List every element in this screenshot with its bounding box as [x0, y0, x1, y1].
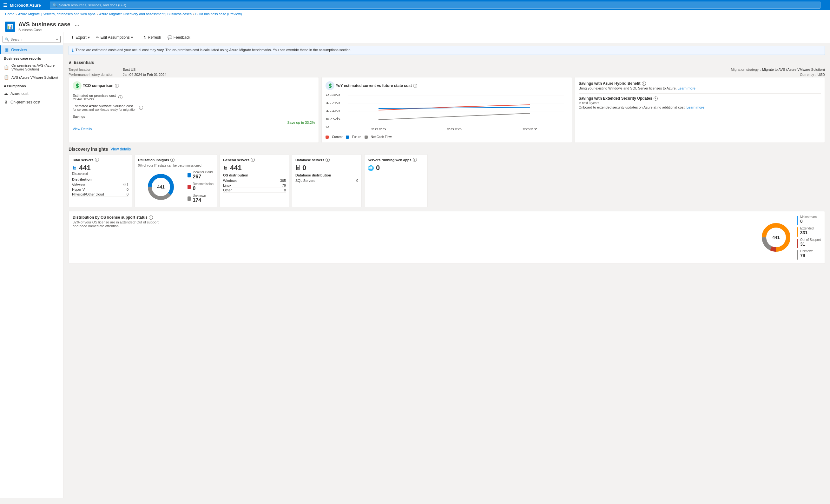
- yoy-card: 💲 YoY estimated current vs future state …: [321, 77, 572, 143]
- sidebar-collapse-btn[interactable]: «: [56, 37, 58, 41]
- yoy-chart: 2.3M 1.7M 1.1M 570k 0: [325, 93, 568, 134]
- os-legend: Mainstream 0 Extended 331: [797, 215, 821, 260]
- disc-dist-physical: Physical/Other cloud 0: [72, 192, 128, 197]
- azure-cost-icon: ☁: [4, 91, 8, 96]
- os-info-icon[interactable]: i: [149, 216, 153, 220]
- essentials-row-currency: Currency : USD: [708, 72, 825, 77]
- tco-avs-info[interactable]: i: [139, 106, 143, 110]
- hamburger-icon[interactable]: ☰: [3, 3, 7, 8]
- disc-util-content: 441 Ideal for cloud 267: [138, 170, 214, 204]
- savings-hybrid-info[interactable]: i: [642, 82, 646, 86]
- os-legend-mainstream: Mainstream 0: [797, 215, 821, 225]
- tco-icon: 💲: [73, 81, 82, 90]
- feedback-button[interactable]: 💬 Feedback: [165, 34, 193, 41]
- svg-text:570k: 570k: [325, 117, 341, 120]
- sidebar-item-on-prem-avs[interactable]: 📋 On-premises vs AVS (Azure VMware Solut…: [0, 62, 63, 73]
- tco-card-title: 💲 TCO comparison i: [73, 81, 315, 90]
- savings-hybrid-desc: Bring your existing Windows and SQL Serv…: [579, 86, 821, 90]
- os-chart-area: 441 Mainstream 0: [760, 215, 821, 260]
- savings-security-section: Savings with Extended Security Updates i…: [579, 96, 821, 109]
- sidebar-item-avs[interactable]: 📋 AVS (Azure VMware Solution): [0, 73, 63, 82]
- bc-discovery[interactable]: Azure Migrate: Discovery and assessment …: [99, 12, 191, 16]
- svg-text:1.7M: 1.7M: [325, 101, 341, 104]
- sidebar-item-overview[interactable]: ▦ Overview: [0, 45, 63, 54]
- essentials-currency-label: Currency: [763, 73, 814, 76]
- on-prem-avs-icon: 📋: [4, 65, 9, 70]
- disc-web-info[interactable]: i: [413, 158, 417, 162]
- savings-security-info[interactable]: i: [653, 96, 658, 101]
- savings-security-link[interactable]: Learn more: [687, 105, 704, 109]
- disc-card-web-apps: Servers running web apps i 🌐 0: [364, 154, 428, 207]
- disc-card-utilization: Utilization insights i 0% of your IT est…: [134, 154, 217, 207]
- savings-security-title: Savings with Extended Security Updates i: [579, 96, 821, 101]
- tco-view-details[interactable]: View Details: [73, 127, 92, 131]
- savings-hybrid-link[interactable]: Learn more: [678, 86, 696, 90]
- essentials-header[interactable]: ∧ Essentials: [68, 58, 825, 67]
- bc-build[interactable]: Build business case (Preview): [195, 12, 242, 16]
- legend-net-cash-flow: Net Cash Flow: [371, 135, 392, 139]
- disc-card-general: General servers i 🖥 441 OS distribution …: [220, 154, 289, 207]
- page-subtitle: Business Case: [19, 28, 70, 32]
- os-info: Distribution by OS license support statu…: [73, 215, 754, 232]
- essentials-row-strategy: Migration strategy : Migrate to AVS (Azu…: [708, 67, 825, 72]
- discovery-title: Discovery insights: [68, 147, 108, 152]
- disc-util-info[interactable]: i: [170, 158, 174, 162]
- svg-text:2027: 2027: [522, 128, 538, 131]
- bc-home[interactable]: Home: [5, 12, 14, 16]
- essentials-location-label: Target location: [68, 68, 119, 71]
- export-button[interactable]: ⬇ Export ▾: [68, 34, 92, 41]
- os-subtitle: 82% of your OS license are in Extended/ …: [73, 220, 161, 228]
- essentials-right: Migration strategy : Migrate to AVS (Azu…: [708, 67, 825, 77]
- essentials-location-value: East US: [123, 68, 135, 71]
- disc-total-icon: 🖥: [72, 165, 77, 171]
- content-wrapper: ⬇ Export ▾ ✏ Edit Assumptions ▾ ↻ Refres…: [63, 32, 830, 498]
- page-more-icon[interactable]: ···: [75, 23, 79, 28]
- search-icon: 🔍: [53, 3, 57, 7]
- utilization-donut: 441: [147, 172, 175, 201]
- sidebar-item-on-prem-cost[interactable]: 🖥 On-premises cost: [0, 98, 63, 106]
- savings-hybrid-title: Savings with Azure Hybrid Benefit i: [579, 81, 821, 86]
- disc-os-linux: Linux76: [223, 183, 286, 188]
- export-chevron-icon: ▾: [88, 35, 90, 40]
- savings-security-desc: Onboard to extended security updates on …: [579, 105, 821, 109]
- main-layout: 🔍 « ▦ Overview Business case reports 📋 O…: [0, 32, 830, 498]
- yoy-info-icon[interactable]: i: [413, 84, 417, 88]
- yoy-card-title: 💲 YoY estimated current vs future state …: [325, 81, 568, 90]
- tco-on-prem-info[interactable]: i: [118, 95, 123, 99]
- sidebar-item-label-overview: Overview: [11, 48, 27, 52]
- sidebar-search-input[interactable]: [10, 37, 55, 41]
- disc-db-sql: SQL Servers0: [295, 178, 358, 183]
- page-header-icon: 📊: [5, 22, 15, 32]
- essentials-strategy-value: Migrate to AVS (Azure VMware Solution): [762, 68, 825, 71]
- util-ideal-color: [188, 173, 191, 178]
- tco-info-icon[interactable]: i: [115, 84, 119, 88]
- discovery-view-details[interactable]: View details: [111, 147, 131, 151]
- util-unknown: Unknown 174: [188, 194, 214, 203]
- disc-db-count-row: 🗄 0: [295, 164, 358, 172]
- disc-total-num: 441: [79, 164, 91, 172]
- sidebar-item-azure-cost[interactable]: ☁ Azure cost: [0, 89, 63, 98]
- disc-general-info[interactable]: i: [251, 158, 255, 162]
- sidebar-item-label-azure-cost: Azure cost: [10, 91, 29, 96]
- refresh-button[interactable]: ↻ Refresh: [141, 34, 164, 41]
- disc-db-num: 0: [302, 164, 306, 172]
- yoy-svg: 2.3M 1.7M 1.1M 570k 0: [325, 93, 568, 131]
- disc-db-info[interactable]: i: [325, 158, 330, 162]
- global-search[interactable]: 🔍 Search resources, services, and docs (…: [50, 2, 821, 8]
- disc-total-info[interactable]: i: [95, 158, 99, 162]
- disc-util-subtitle: 0% of your IT estate can be decommission…: [138, 164, 214, 167]
- sidebar-section-assumptions: Assumptions: [0, 82, 63, 89]
- os-donut: 441: [760, 222, 792, 253]
- on-prem-cost-icon: 🖥: [4, 100, 8, 104]
- svg-text:1.1M: 1.1M: [325, 109, 341, 112]
- sidebar-search-icon: 🔍: [5, 37, 9, 41]
- os-title: Distribution by OS license support statu…: [73, 215, 754, 220]
- util-legend: Ideal for cloud 267 Decommission 0: [188, 170, 214, 204]
- os-donut-label: 441: [772, 235, 779, 240]
- export-icon: ⬇: [71, 35, 74, 40]
- edit-assumptions-button[interactable]: ✏ Edit Assumptions ▾: [94, 34, 135, 41]
- bc-servers[interactable]: Azure Migrate | Servers, databases and w…: [18, 12, 96, 16]
- disc-dist-label: Distribution: [72, 178, 128, 181]
- toolbar: ⬇ Export ▾ ✏ Edit Assumptions ▾ ↻ Refres…: [63, 32, 830, 43]
- sidebar-search-container[interactable]: 🔍 «: [3, 36, 61, 43]
